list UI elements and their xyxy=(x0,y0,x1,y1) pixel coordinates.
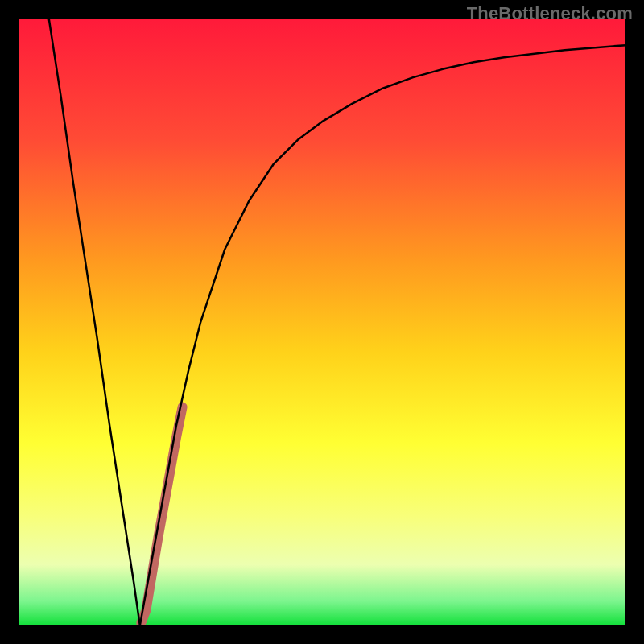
plot-background xyxy=(19,19,625,625)
chart-frame: TheBottleneck.com xyxy=(0,0,644,644)
bottleneck-chart xyxy=(19,19,625,625)
